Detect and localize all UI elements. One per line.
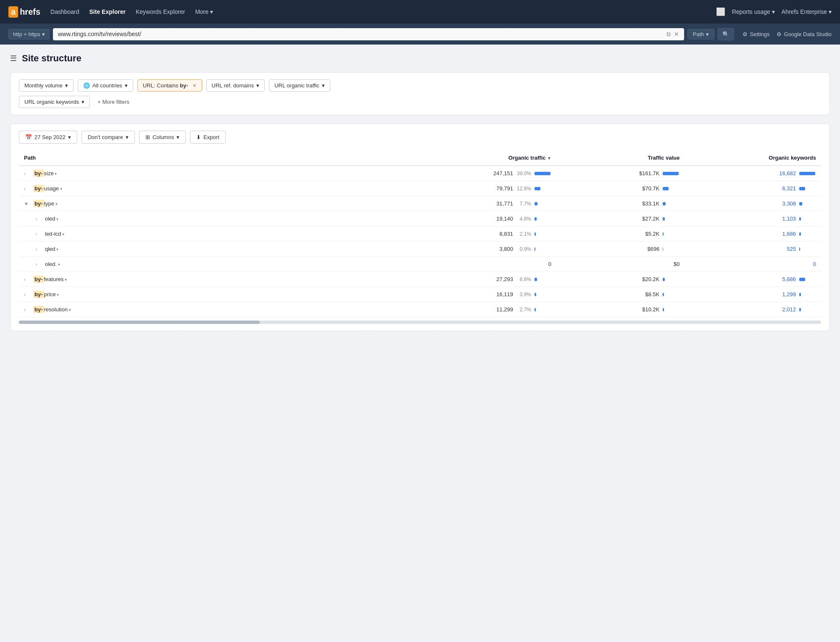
expand-icon[interactable]: ›: [36, 216, 42, 221]
expand-icon[interactable]: ›: [24, 186, 31, 191]
scroll-bar[interactable]: [19, 321, 821, 324]
chevron-down-icon[interactable]: ▾: [54, 171, 57, 176]
path-highlight: by-: [33, 276, 44, 283]
chevron-down-icon[interactable]: ▾: [56, 292, 59, 297]
traffic-cell: 0: [396, 257, 556, 272]
expand-icon[interactable]: ›: [36, 232, 42, 237]
traffic-number: 31,771: [490, 200, 513, 207]
keywords-cell: 1,686: [685, 226, 821, 242]
chevron-down-icon[interactable]: ▾: [55, 247, 59, 252]
traffic-number: 3,800: [490, 246, 513, 252]
keywords-number[interactable]: 1,103: [777, 216, 796, 222]
columns-button[interactable]: ⊞ Columns ▾: [139, 131, 186, 144]
traffic-value-cell: $8.5K: [556, 287, 685, 302]
expand-icon[interactable]: ›: [24, 292, 31, 297]
traffic-percent: 6.6%: [516, 276, 531, 282]
keywords-number[interactable]: 1,299: [777, 291, 796, 297]
all-countries-filter[interactable]: 🌐 All countries ▾: [78, 79, 133, 92]
url-input-container: www.rtings.com/tv/reviews/best/ ⧉ ✕: [53, 28, 684, 40]
expand-icon[interactable]: ›: [24, 277, 31, 282]
settings-button[interactable]: ⚙ Settings: [743, 31, 770, 37]
data-card: 📅 27 Sep 2022 ▾ Don't compare ▾ ⊞ Column…: [10, 124, 830, 331]
date-picker[interactable]: 📅 27 Sep 2022 ▾: [19, 131, 77, 144]
nav-keywords-explorer[interactable]: Keywords Explorer: [136, 8, 185, 15]
chevron-down-icon[interactable]: ▾: [61, 232, 64, 237]
path-highlight: by-: [33, 306, 44, 313]
keywords-number[interactable]: 16,682: [777, 170, 796, 176]
scroll-thumb: [19, 321, 260, 324]
col-organic-traffic[interactable]: Organic traffic ▼: [396, 150, 556, 166]
path-cell: ›by-features ▾: [19, 272, 396, 287]
nav-dashboard[interactable]: Dashboard: [50, 8, 79, 15]
keywords-cell: 6,321: [685, 181, 821, 196]
remove-filter-icon[interactable]: ✕: [192, 83, 197, 89]
gds-button[interactable]: ⚙ Google Data Studio: [777, 31, 832, 37]
url-ref-domains-filter[interactable]: URL ref. domains ▾: [206, 79, 265, 92]
page-title-row: ☰ Site structure: [10, 53, 830, 64]
expand-icon[interactable]: ›: [24, 307, 31, 312]
keywords-cell: 16,682: [685, 166, 821, 181]
col-traffic-value[interactable]: Traffic value: [556, 150, 685, 166]
path-text: type: [44, 200, 55, 207]
chevron-down-icon[interactable]: ▾: [63, 277, 67, 282]
chevron-down-icon[interactable]: ▾: [54, 202, 58, 206]
keywords-number[interactable]: 5,686: [777, 276, 796, 282]
chevron-down-icon: ▾: [65, 82, 68, 89]
monthly-volume-filter[interactable]: Monthly volume ▾: [19, 79, 74, 92]
path-cell: ›led-lcd ▾: [19, 226, 396, 242]
collapse-icon[interactable]: ▼: [24, 201, 31, 206]
chevron-down-icon: ▾: [82, 99, 84, 105]
traffic-cell: 11,2992.7%: [396, 302, 556, 317]
nav-more[interactable]: More ▾: [195, 8, 213, 15]
ahrefs-enterprise-button[interactable]: Ahrefs Enterprise ▾: [782, 8, 832, 15]
reports-usage-button[interactable]: Reports usage ▾: [732, 8, 775, 15]
keywords-number[interactable]: 525: [777, 246, 796, 252]
chevron-down-icon: ▾: [256, 82, 259, 89]
traffic-bar: [535, 308, 551, 311]
chevron-down-icon[interactable]: ▾: [68, 308, 71, 312]
url-contains-filter[interactable]: URL: Contains by- ✕: [137, 79, 202, 92]
more-filters-button[interactable]: + More filters: [94, 96, 133, 108]
chevron-down-icon: ▾: [772, 8, 775, 15]
expand-icon[interactable]: ›: [24, 171, 31, 176]
path-cell: ›qled ▾: [19, 242, 396, 257]
url-organic-traffic-filter[interactable]: URL organic traffic ▾: [269, 79, 330, 92]
traffic-number: 79,791: [490, 185, 513, 192]
path-mode-select[interactable]: Path ▾: [687, 29, 714, 39]
path-highlight: by-: [33, 200, 44, 207]
search-button[interactable]: 🔍: [718, 28, 734, 40]
keywords-cell: 2,012: [685, 302, 821, 317]
path-text: qled: [45, 246, 55, 252]
path-text: usage: [44, 185, 59, 192]
traffic-value-number: $27.2K: [642, 216, 659, 222]
traffic-value-cell: $161.7K: [556, 166, 685, 181]
col-organic-keywords[interactable]: Organic keywords: [685, 150, 821, 166]
keywords-number[interactable]: 0: [797, 261, 816, 267]
url-actions: ⧉ ✕: [666, 31, 679, 38]
expand-icon[interactable]: ›: [36, 262, 42, 267]
calendar-icon: 📅: [25, 134, 32, 140]
chevron-down-icon[interactable]: ▾: [59, 187, 62, 191]
dont-compare-button[interactable]: Don't compare ▾: [82, 131, 135, 144]
traffic-number: 11,299: [490, 306, 513, 313]
external-link-icon[interactable]: ⧉: [666, 31, 671, 38]
traffic-value-bar: [663, 202, 679, 205]
keywords-number[interactable]: 6,321: [777, 185, 796, 192]
keywords-number[interactable]: 2,012: [777, 306, 796, 313]
keywords-number[interactable]: 1,686: [777, 231, 796, 237]
traffic-value-cell: $70.7K: [556, 181, 685, 196]
expand-icon[interactable]: ›: [36, 247, 42, 252]
url-text[interactable]: www.rtings.com/tv/reviews/best/: [58, 31, 141, 37]
urlbar-right: ⚙ Settings ⚙ Google Data Studio: [743, 31, 832, 37]
protocol-select[interactable]: http + https ▾: [8, 29, 50, 39]
export-button[interactable]: ⬇ Export: [190, 131, 226, 144]
logo[interactable]: ahrefs: [8, 6, 40, 18]
hamburger-icon[interactable]: ☰: [10, 54, 17, 63]
keywords-number[interactable]: 3,308: [777, 200, 796, 207]
chevron-down-icon[interactable]: ▾: [57, 262, 60, 267]
close-icon[interactable]: ✕: [674, 31, 679, 38]
chevron-down-icon[interactable]: ▾: [55, 217, 59, 221]
nav-site-explorer[interactable]: Site Explorer: [90, 8, 126, 15]
url-organic-keywords-filter[interactable]: URL organic keywords ▾: [19, 96, 90, 108]
chevron-down-icon: ▾: [322, 82, 325, 89]
